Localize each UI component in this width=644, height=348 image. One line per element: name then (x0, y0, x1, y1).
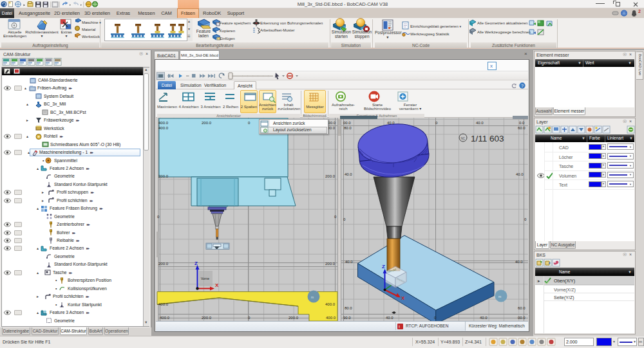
svg-text:m: m (311, 295, 314, 299)
svg-text:NC: NC (461, 137, 466, 140)
svg-text:2: 2 (638, 9, 641, 14)
svg-text:X: X (215, 282, 219, 288)
svg-text:Z: Z (194, 261, 198, 266)
svg-text:Vorne: Vorne (201, 277, 209, 280)
svg-text:m: m (498, 295, 501, 298)
svg-text:1/11 603: 1/11 603 (471, 134, 504, 143)
svg-text:X: X (401, 295, 405, 301)
svg-text:Z: Z (382, 264, 385, 270)
svg-text:?: ? (521, 84, 524, 88)
